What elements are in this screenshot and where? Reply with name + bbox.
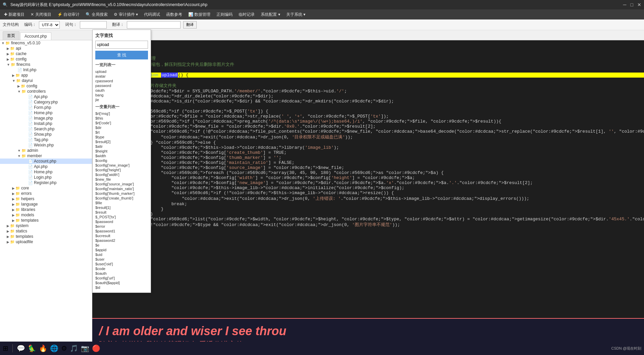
tree-root[interactable]: ▼📁finecms_v5.0.10 xyxy=(0,40,92,46)
tree-item-statics[interactable]: ▶📁statics xyxy=(0,228,92,234)
search-list2-item[interactable]: $result[1] xyxy=(95,205,148,210)
taskbar-app-4[interactable]: 🌐 xyxy=(50,344,58,352)
translate-input[interactable] xyxy=(127,21,181,29)
tree-item-Category-php[interactable]: 📄Category.php xyxy=(0,99,92,105)
query-input[interactable] xyxy=(80,21,107,29)
search-list2-item[interactable]: $result xyxy=(95,210,148,215)
search-list2-item[interactable]: $config xyxy=(95,158,148,163)
tree-item-templates[interactable]: ▶📁templates xyxy=(0,218,92,223)
menu-item-new-project[interactable]: ✚ 新建项目 xyxy=(1,10,27,19)
tree-item-Install-php[interactable]: 📄Install.php xyxy=(0,121,92,126)
taskbar-app-5[interactable]: ⚙ xyxy=(61,344,67,352)
search-list2-item[interactable]: $user xyxy=(95,257,148,262)
tree-item-uploadfile[interactable]: ▶📁uploadfile xyxy=(0,239,92,245)
search-list2-item[interactable]: $uid xyxy=(95,252,148,257)
tab-首页[interactable]: 首页 xyxy=(3,31,19,40)
taskbar-app-3[interactable]: 🔥 xyxy=(39,344,47,352)
tree-item-dayrui[interactable]: ▼📁dayrui xyxy=(0,78,92,83)
taskbar-app-8[interactable]: 🔴 xyxy=(92,344,100,352)
search-list2-item[interactable]: $config['maintain_ratio'] xyxy=(95,186,148,191)
search-list2-item[interactable]: $e xyxy=(95,243,148,248)
tree-item-Home-php[interactable]: 📄Home.php xyxy=(0,169,92,175)
taskbar-app-1[interactable]: 💬 xyxy=(17,344,25,352)
search-list2-item[interactable]: $type xyxy=(95,135,148,139)
tree-item-errors[interactable]: ▶📁errors xyxy=(0,191,92,196)
search-list2-item[interactable]: $ucresult xyxy=(95,233,148,238)
tree-item-config[interactable]: ▶📁config xyxy=(0,83,92,89)
search-list1-item[interactable]: oauth xyxy=(95,88,148,93)
menu-item-regex[interactable]: 正则编码 xyxy=(214,10,235,19)
search-list2-item[interactable]: $config['height'] xyxy=(95,168,148,172)
menu-item-audit-plugin[interactable]: ⚙ 审计插件 ▾ xyxy=(111,10,141,19)
search-list2-item[interactable]: $password1 xyxy=(95,229,148,233)
search-list2-item[interactable]: $config['url'] xyxy=(95,276,148,280)
tree-item-finecms[interactable]: ▼📁finecms xyxy=(0,62,92,67)
taskbar-app-2[interactable]: 🦜 xyxy=(28,344,36,352)
menu-item-sys-config[interactable]: 系统配置 ▾ xyxy=(258,10,283,19)
tree-item-templates[interactable]: ▶📁templates xyxy=(0,234,92,239)
tree-item-controllers[interactable]: ▼📁controllers xyxy=(0,89,92,94)
close-button[interactable]: ✕ xyxy=(637,2,641,7)
taskbar-app-6[interactable]: 🎵 xyxy=(70,344,78,352)
search-list2-item[interactable]: $oauth xyxy=(95,271,148,276)
tree-item-system[interactable]: ▶📁system xyxy=(0,223,92,228)
menu-item-global-search[interactable]: 🔍 全局搜索 xyxy=(83,10,110,19)
tree-item-Form-php[interactable]: 📄Form.php xyxy=(0,105,92,110)
search-list2-item[interactable]: $new_file xyxy=(95,177,148,182)
tree-item-Register-php[interactable]: 📄Register.php xyxy=(0,180,92,185)
tree-item-admin[interactable]: ▼📁admin xyxy=(0,148,92,153)
search-list2-item[interactable]: $appid xyxy=(95,248,148,252)
search-list2-item[interactable]: $config['source_image'] xyxy=(95,182,148,186)
minimize-button[interactable]: ─ xyxy=(623,2,627,7)
search-list2-item[interactable]: $config['width'] xyxy=(95,172,148,177)
search-list2-item[interactable]: $rt['msg'] xyxy=(95,111,148,116)
search-list2-item[interactable]: $password xyxy=(95,219,148,224)
search-list1-item[interactable]: jie xyxy=(95,97,148,102)
search-list2-item[interactable]: $password2 xyxy=(95,238,148,243)
taskbar-app-7[interactable]: 📷 xyxy=(81,344,89,352)
search-list1-item[interactable]: password xyxy=(95,83,148,88)
tree-item-config[interactable]: ▶📁config xyxy=(0,56,92,62)
search-list2-item[interactable]: $rt['code'] xyxy=(95,121,148,125)
search-find-button[interactable]: 查 找 xyxy=(95,51,148,59)
tree-item-helpers[interactable]: ▶📁helpers xyxy=(0,196,92,202)
encoding-select[interactable]: UTF-8 GBK xyxy=(39,21,60,29)
menu-item-close-project[interactable]: ✕ 关闭项目 xyxy=(28,10,54,19)
search-list2-item[interactable]: $height xyxy=(95,149,148,153)
search-list2-item[interactable]: $this xyxy=(95,116,148,121)
tree-item-Image-php[interactable]: 📄Image.php xyxy=(0,116,92,121)
search-list2-item[interactable]: $code xyxy=(95,266,148,271)
tree-item-language[interactable]: ▶📁language xyxy=(0,202,92,207)
tree-item-Api-php[interactable]: 📄Api.php xyxy=(0,94,92,99)
tab-Account-php[interactable]: Account.php xyxy=(20,32,51,40)
menu-item-func-ref[interactable]: 函数参考 xyxy=(163,10,185,19)
tree-item-Api-php[interactable]: 📄Api.php xyxy=(0,164,92,169)
menu-item-about[interactable]: 关于系统 ▾ xyxy=(284,10,308,19)
start-button[interactable]: ⊞ xyxy=(3,344,8,352)
tree-item-core[interactable]: ▶📁core xyxy=(0,185,92,191)
search-list1-item[interactable]: bang xyxy=(95,93,148,97)
menu-item-data-mgmt[interactable]: 📊 数据管理 xyxy=(186,10,213,19)
menu-item-temp-record[interactable]: 临时记录 xyxy=(236,10,257,19)
search-list2-item[interactable]: $config['create_thumb'] xyxy=(95,196,148,201)
search-list1-item[interactable]: upload xyxy=(95,69,148,74)
search-list2-item[interactable]: $oauth[$appid] xyxy=(95,280,148,285)
tree-item-models[interactable]: ▶📁models xyxy=(0,212,92,218)
tree-item-Home-php[interactable]: 📄Home.php xyxy=(0,110,92,116)
translate-button[interactable]: 翻译 xyxy=(183,21,197,29)
tree-item-Search-php[interactable]: 📄Search.php xyxy=(0,126,92,132)
tree-item-Account-php[interactable]: 📄Account.php xyxy=(0,159,92,164)
search-list2-item[interactable]: $dir xyxy=(95,125,148,130)
search-list2-item[interactable]: $attr xyxy=(95,144,148,149)
search-list2-item[interactable]: $_POST['tx'] xyxy=(95,215,148,219)
tree-item-api[interactable]: ▶📁api xyxy=(0,46,92,51)
tree-item-Weixin-php[interactable]: 📄Weixin.php xyxy=(0,142,92,148)
tree-item-Init-php[interactable]: 📄Init.php xyxy=(0,67,92,73)
tree-item-Tag-php[interactable]: 📄Tag.php xyxy=(0,137,92,142)
tree-item-Login-php[interactable]: 📄Login.php xyxy=(0,175,92,180)
menu-item-auto-audit[interactable]: ⚡ 自动审计 xyxy=(55,10,82,19)
tree-item-member[interactable]: ▼📁member xyxy=(0,153,92,159)
search-list2-item[interactable]: $result[2] xyxy=(95,139,148,144)
search-list2-item[interactable]: $error xyxy=(95,224,148,229)
search-list2-item[interactable]: $rt xyxy=(95,130,148,135)
